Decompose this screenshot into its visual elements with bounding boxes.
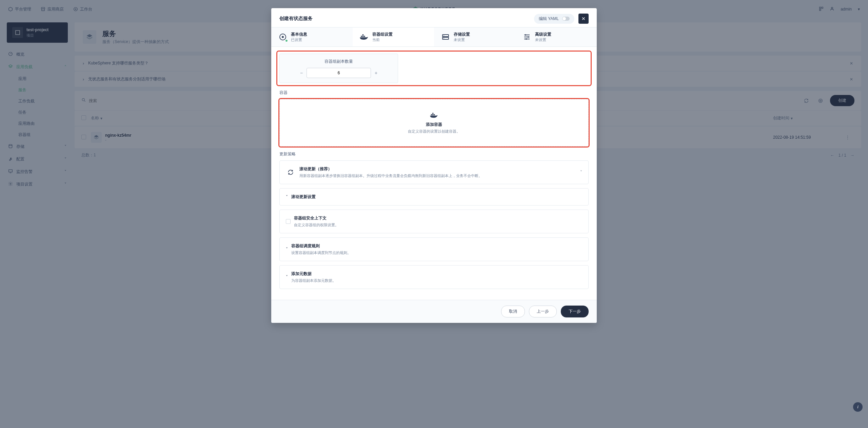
rolling-settings-card[interactable]: ˅ 滚动更新设置 (279, 188, 589, 195)
rolling-update-card[interactable]: 滚动更新（推荐） 用新容器组副本逐步替换旧容器组副本。升级过程中业务流量会负载均… (279, 160, 589, 184)
modal: 创建有状态服务 编辑 YAML ✕ 基本信息 已设置 容器组设置 (271, 8, 597, 195)
svg-rect-35 (431, 114, 432, 115)
chevron-down-icon: ˅ (580, 170, 582, 175)
step-storage-sub: 未设置 (454, 37, 470, 42)
replica-input[interactable] (307, 68, 371, 78)
sliders-icon (522, 32, 532, 42)
step-storage[interactable]: 存储设置 未设置 (434, 27, 515, 46)
svg-point-33 (528, 36, 529, 38)
check-dot-icon (285, 39, 288, 42)
rolling-settings-title: 滚动更新设置 (291, 194, 316, 195)
step-storage-title: 存储设置 (454, 32, 470, 37)
svg-point-30 (443, 35, 444, 36)
step-advanced[interactable]: 高级设置 未设置 (515, 27, 597, 46)
modal-title: 创建有状态服务 (279, 16, 313, 22)
svg-rect-36 (432, 114, 433, 115)
svg-rect-27 (362, 34, 364, 36)
toggle-icon (562, 17, 570, 21)
svg-rect-26 (364, 36, 365, 37)
container-section-label: 容器 (279, 90, 589, 96)
chevron-down-icon: ˅ (286, 195, 288, 195)
step-pod[interactable]: 容器组设置 当前 (353, 27, 434, 46)
target-icon (278, 32, 288, 42)
replica-minus-button[interactable]: − (296, 68, 307, 78)
whale-icon (430, 112, 438, 119)
replica-label: 容器组副本数量 (286, 59, 392, 64)
modal-header: 创建有状态服务 编辑 YAML ✕ (271, 8, 597, 27)
step-advanced-sub: 未设置 (535, 37, 551, 42)
add-container-card[interactable]: 添加容器 自定义容器的设置以创建容器。 (279, 99, 589, 147)
svg-point-34 (526, 38, 527, 40)
svg-rect-28 (442, 35, 449, 37)
add-container-title: 添加容器 (287, 122, 581, 128)
refresh-icon (286, 168, 295, 177)
edit-yaml-toggle[interactable]: 编辑 YAML (534, 14, 574, 24)
step-basic-sub: 已设置 (291, 37, 307, 42)
yaml-label: 编辑 YAML (539, 16, 559, 22)
svg-point-32 (525, 34, 526, 36)
replica-box: 容器组副本数量 − + (279, 54, 398, 83)
svg-rect-37 (434, 114, 435, 115)
step-basic[interactable]: 基本信息 已设置 (271, 27, 353, 46)
step-pod-title: 容器组设置 (372, 32, 393, 37)
add-container-desc: 自定义容器的设置以创建容器。 (287, 129, 581, 134)
svg-point-31 (443, 38, 444, 39)
rolling-desc: 用新容器组副本逐步替换旧容器组副本。升级过程中业务流量会负载均衡到新旧容器组副本… (299, 173, 576, 178)
svg-rect-24 (361, 36, 362, 37)
svg-rect-25 (362, 36, 364, 37)
step-basic-title: 基本信息 (291, 32, 307, 37)
step-advanced-title: 高级设置 (535, 32, 551, 37)
step-pod-sub: 当前 (372, 37, 393, 42)
svg-point-23 (282, 36, 284, 38)
replica-highlight: 容器组副本数量 − + (277, 52, 591, 85)
whale-icon (359, 32, 369, 42)
rolling-title: 滚动更新（推荐） (299, 166, 576, 172)
replica-plus-button[interactable]: + (371, 68, 381, 78)
storage-icon (441, 32, 450, 42)
modal-close-button[interactable]: ✕ (578, 14, 589, 24)
svg-rect-38 (432, 113, 433, 114)
modal-body: 容器组副本数量 − + 容器 添加容器 自定义容器的设置以创建容器。 更新策略 (271, 47, 597, 195)
svg-rect-29 (442, 37, 449, 39)
modal-steps: 基本信息 已设置 容器组设置 当前 存储设置 未设置 (271, 27, 597, 47)
update-strategy-label: 更新策略 (279, 151, 589, 157)
